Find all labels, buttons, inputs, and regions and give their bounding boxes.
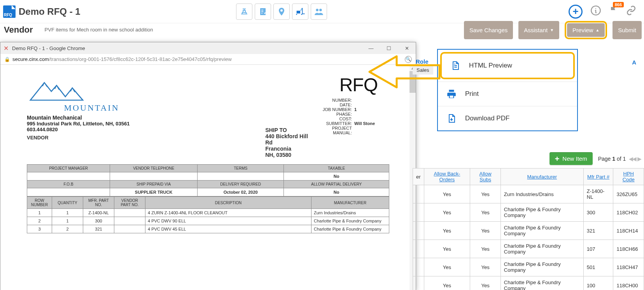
pager: Page 1 of 1 ◀◀ ▶ (598, 156, 641, 162)
field-value: Will Stone (354, 121, 378, 126)
popup-titlebar: ✕ Demo RFQ - 1 - Google Chrome — ☐ ✕ (0, 42, 416, 54)
app-header: RFQ Demo RFQ - 1 + 866 (0, 0, 644, 23)
table-row[interactable]: YesYesCharlotte Pipe & Foundry Company30… (413, 203, 644, 222)
ship-addr: 440 Bickford Hill Rd (265, 133, 315, 146)
dropdown-label: Print (465, 90, 479, 98)
table-row: 11Z-1400-NL4 ZURN Z-1400-4NL FLOOR CLEAN… (27, 209, 389, 217)
address-bar[interactable]: 🔒 secure.cinx.com/transactions/org-0001-… (0, 54, 416, 65)
col-hph[interactable]: HPH Code (613, 168, 644, 185)
field-label: COST: (340, 116, 352, 121)
plus-icon: + (555, 156, 560, 161)
svg-point-5 (319, 9, 322, 11)
shipto-block: SHIP TO 440 Bickford Hill Rd Franconia N… (265, 125, 315, 158)
annotation-arrow (362, 50, 447, 94)
shipto-label: SHIP TO (265, 127, 315, 133)
checklist-icon[interactable] (255, 3, 271, 20)
field-label: PHASE: (336, 112, 352, 116)
table-row[interactable]: YesYesCharlotte Pipe & Foundry Company10… (413, 276, 644, 290)
close-icon[interactable]: ✕ (4, 45, 9, 52)
pdf-icon (446, 113, 457, 123)
field-value: 1 (354, 107, 378, 112)
svg-point-4 (316, 9, 318, 11)
new-item-button[interactable]: +New Item (550, 152, 593, 165)
dropdown-download-pdf[interactable]: Download PDF (438, 106, 577, 130)
url-path: /transactions/org-0001-1576/cf8cc62c-120… (49, 56, 232, 62)
field-label: JOB NUMBER: (323, 107, 352, 112)
rfq-description: PVF items for Mech room in new school ad… (45, 27, 153, 33)
items-grid: er Allow Back-Orders Allow Subs Manufact… (413, 168, 644, 290)
valve-icon[interactable] (236, 3, 252, 20)
ship-state: NH, 03580 (265, 152, 315, 158)
svg-rect-3 (303, 13, 305, 14)
chevron-up-icon: ▲ (595, 28, 599, 32)
team-icon[interactable] (311, 3, 327, 20)
preview-dropdown: HTML Preview Print Download PDF (437, 49, 578, 131)
forklift-icon[interactable] (292, 3, 308, 20)
lock-icon: 🔒 (4, 57, 10, 62)
terms-table-1: PROJECT MANAGERVENDOR TELEPHONETERMSTAXA… (27, 164, 389, 196)
assistant-button[interactable]: Assistant▼ (518, 21, 559, 39)
dropdown-print[interactable]: Print (438, 82, 577, 106)
svg-rect-1 (296, 10, 300, 13)
save-button[interactable]: Save Changes (464, 21, 513, 39)
col-backorders[interactable]: Allow Back-Orders (424, 168, 470, 185)
grid-toolbar: +New Item Page 1 of 1 ◀◀ ▶ (413, 152, 644, 165)
field-label: NUMBER: (332, 98, 352, 102)
dropdown-html-preview[interactable]: HTML Preview (440, 52, 575, 79)
printer-icon (446, 89, 457, 99)
link-icon[interactable] (626, 5, 636, 18)
col-subs[interactable]: Allow Subs (470, 168, 500, 185)
col-mfr-part[interactable]: Mfr Part # (583, 168, 613, 185)
table-row[interactable]: YesYesCharlotte Pipe & Foundry Company50… (413, 258, 644, 276)
notification-badge: 866 (613, 2, 624, 7)
col-manufacturer[interactable]: Manufacturer (500, 168, 583, 185)
preview-button[interactable]: Preview▲ (567, 23, 605, 37)
page-title: Demo RFQ - 1 (19, 6, 80, 17)
popup-title: Demo RFQ - 1 - Google Chrome (12, 45, 85, 51)
document-header: MOUNTAIN Mountain Mechanical 995 Industr… (4, 70, 413, 158)
preview-highlight: Preview▲ (565, 21, 607, 39)
table-row[interactable]: YesYesCharlotte Pipe & Foundry Company10… (413, 240, 644, 258)
table-row[interactable]: YesYesCharlotte Pipe & Foundry Company32… (413, 222, 644, 240)
action-buttons: Save Changes Assistant▼ Preview▲ Submit (464, 21, 642, 39)
field-label: SUBMITTER: (326, 121, 352, 126)
popup-body: ▲ MOUNTAIN Mountain Mechanical 995 Indus… (0, 65, 416, 290)
company-address: 995 Industrial Park Rd, Littleton, NH, 0… (27, 121, 156, 132)
ship-city: Franconia (265, 146, 315, 152)
document-icon (450, 61, 460, 71)
company-name: Mountain Mechanical (27, 115, 156, 121)
table-row: 323214 PVC DWV 45 ELLCharlotte Pipe & Fo… (27, 225, 389, 233)
svg-rect-2 (302, 8, 303, 14)
col-cut[interactable]: er (413, 168, 424, 185)
table-row: 213004 PVC DWV 90 ELLCharlotte Pipe & Fo… (27, 217, 389, 225)
toolbar-icons (236, 3, 327, 20)
rfq-file-icon: RFQ (3, 5, 16, 18)
info-icon[interactable] (590, 5, 601, 18)
field-label: DATE: (340, 102, 352, 107)
flag-icon[interactable]: 866 (609, 6, 618, 17)
header-right: + 866 (569, 5, 641, 19)
pager-prev-icon[interactable]: ◀◀ (629, 156, 636, 162)
chevron-down-icon: ▼ (550, 28, 554, 32)
vendor-section-label: VENDOR (27, 135, 156, 141)
add-circle-icon[interactable]: + (569, 5, 583, 19)
submit-button[interactable]: Submit (612, 21, 642, 39)
dropdown-label: Download PDF (465, 115, 509, 122)
mountain-logo-icon (27, 74, 97, 105)
url-host: secure.cinx.com (12, 56, 49, 62)
logo-text: MOUNTAIN (27, 103, 156, 113)
logo-block: MOUNTAIN Mountain Mechanical 995 Industr… (27, 74, 156, 158)
a-column-header[interactable]: A (629, 58, 644, 66)
svg-rect-7 (450, 96, 453, 97)
dropdown-label: HTML Preview (469, 62, 512, 69)
location-icon[interactable] (273, 3, 290, 20)
table-row[interactable]: YesYesZurn Industries/DrainsZ-1400-NL326… (413, 185, 644, 203)
browser-popup: ✕ Demo RFQ - 1 - Google Chrome — ☐ ✕ 🔒 s… (0, 42, 416, 290)
field-label: PROJECT MANUAL: (315, 126, 352, 135)
pager-next-icon[interactable]: ▶ (637, 156, 641, 162)
vendor-heading: Vendor (4, 25, 33, 35)
line-items-table: ROW NUMBER QUANTITY MFR. PART NO. VENDOR… (27, 196, 389, 233)
